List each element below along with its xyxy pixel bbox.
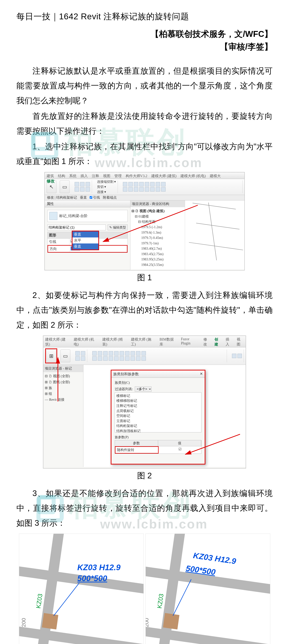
column-id: KZ03 — [156, 593, 165, 609]
tree-level[interactable]: 1983.95(3.25m) — [141, 256, 184, 262]
ribbon-tab[interactable]: 插入 — [80, 174, 88, 178]
ribbon-tab[interactable]: 建模大 — [210, 174, 221, 178]
para-4: 2、如要使标记与构件方向保持一致，需要进入到注释族编辑环境中，点击"族类别与族参… — [16, 288, 273, 332]
rotate-checkbox[interactable]: ☑ — [159, 446, 201, 454]
project-browser[interactable]: 项目浏览器 - 商业区结构 ⊟ 🗋 视图 (鸿业-建筑) ⊟ 01建模 ⊟ 结构… — [130, 200, 185, 270]
filter-select[interactable]: <多个> — [135, 386, 152, 392]
tree-level[interactable]: 1979.7(-0.45m) — [141, 235, 184, 240]
geometry-group: 连接端切割 ▾ 剪切 ▾ 连接 ▾ — [95, 180, 118, 193]
family-category-dialog[interactable]: 族类别和族参数✕ 族类别(C) 过滤器列表:<多个> 楼梯标记楼梯梯段标记注释记… — [111, 370, 205, 464]
tag-line2: 500*500 — [77, 574, 107, 583]
ribbon-tab[interactable]: BIM数据库 — [160, 337, 177, 347]
tree-level[interactable]: 1983.45(2.75m) — [141, 251, 184, 256]
options-attach[interactable]: 附着端点 — [103, 195, 117, 200]
tag-icon — [49, 212, 57, 220]
svg-line-3 — [54, 583, 79, 616]
family-param-grid: 参数值 随构件旋转 ☑ — [115, 440, 201, 454]
project-browser-2[interactable]: 项目浏览器 - 标记 ⊟ 🗋 视图 (全部) ⊞ 🗋 图纸 (全部) ⊞ 族 ⊞… — [43, 365, 83, 467]
param-orientation: 方向 — [48, 246, 70, 252]
dialog-title: 族类别和族参数 — [113, 372, 139, 376]
byline-author: 【柏慕联创技术服务，文/WFC】 — [16, 28, 273, 40]
param-leader: 引线 — [47, 238, 69, 245]
ribbon-tab[interactable]: 插入 — [226, 337, 233, 347]
ribbon-tab[interactable]: 建模大师 (机电) — [74, 337, 98, 347]
family-params-label: 族参数(P) — [115, 435, 201, 439]
properties-header: 属性 — [45, 200, 130, 208]
ribbon2: 建模大师 (建筑) 建模大师 (机电) 建模大师 (精装) 建模大师 (施工) … — [43, 336, 246, 347]
ribbon-tab[interactable]: 管理 — [114, 174, 122, 178]
category-list[interactable]: 楼梯标记楼梯梯段标记注释记号标记 点荷载标记空间标记立面标记 结构桁架标记结构加… — [115, 392, 201, 432]
options-leader[interactable]: 引线 — [90, 195, 100, 200]
ribbon-tab[interactable]: 建筑 — [47, 174, 54, 178]
toolbar2: ⊞ ▭ — [43, 347, 246, 365]
clipboard-group — [73, 180, 92, 193]
close-icon[interactable]: ✕ — [200, 372, 203, 376]
properties-button[interactable]: ▭ — [60, 180, 69, 193]
family-category-button[interactable]: ⊞ — [45, 348, 57, 363]
tree-level[interactable]: 1979.6(-1.3m) — [141, 230, 184, 235]
rotate-with-component-param: 随构件旋转 — [115, 446, 159, 454]
orientation-dropdown-open[interactable]: 垂直 水平 垂直 — [72, 231, 99, 250]
ribbon-tab-active[interactable]: 修改 — [47, 178, 55, 184]
column-id: KZ03 — [35, 593, 44, 609]
dimension: 200 — [146, 618, 150, 627]
ribbon-tab[interactable]: 视图 — [103, 174, 110, 178]
caption-2: 图 2 — [16, 470, 273, 481]
tree-level[interactable]: 1979.5 (-1.2m) — [141, 224, 184, 230]
screenshot-2: 建模大师 (建筑) 建模大师 (机电) 建模大师 (精装) 建模大师 (施工) … — [43, 336, 246, 468]
dimension: 200 — [20, 618, 27, 627]
options-orient[interactable]: 垂直 — [80, 195, 87, 200]
caption-1: 图 1 — [16, 272, 273, 283]
ribbon-tab[interactable]: 系统 — [69, 174, 76, 178]
para-2: 首先放置好的注释族是没法使用旋转命令进行旋转的，要旋转方向需要按照以下操作进行： — [16, 108, 273, 138]
modify-group — [121, 180, 243, 193]
ribbon-tab[interactable]: 建模大师 (建筑) — [151, 174, 176, 178]
instance-count[interactable] — [47, 224, 106, 230]
para-intro: 注释标记族默认是水平或垂直放置的，但是根据项目的实际情况可能需要放置成与构件一致… — [16, 64, 273, 108]
family-category-label: 族类别(C) — [115, 380, 201, 385]
tree-level[interactable]: 1984.25(3.55m) — [141, 262, 184, 267]
tree-level[interactable]: 1979.7(-1m) — [141, 240, 184, 246]
ribbon-tab[interactable]: 建模大师 (建筑) — [45, 337, 70, 347]
ribbon-tab[interactable]: 构件大师V3.2 — [126, 174, 147, 178]
tree-level[interactable]: 1983.40(2.7m) — [141, 246, 184, 251]
canvas[interactable] — [185, 200, 244, 270]
para-5: 3、如果还是不能修改到合适的位置，那就再次进入到族编辑环境中，直接将标签进行旋转… — [16, 486, 273, 530]
ribbon-tabs: 建筑 结构 系统 插入 注释 视图 管理 构件大师V3.2 建模大师 (建筑) … — [45, 172, 244, 179]
properties-button[interactable]: ▭ — [60, 350, 70, 362]
byline-review: 【审核/李签】 — [16, 41, 273, 52]
after-view: KZ03 H12.9 500*500 KZ03 200 — [146, 534, 270, 644]
type-selector[interactable]: 标记_结构梁-台阶 — [47, 210, 128, 222]
browser-title: 项目浏览器 - 标记 — [43, 365, 83, 372]
toolbar: ↖ ▭ 连接端切割 ▾ 剪切 ▾ 连接 ▾ — [45, 179, 244, 195]
options-context: 修改 | 结构框架标记 — [47, 195, 77, 200]
before-view: KZ03 H12.9 500*500 KZ03 200 — [19, 534, 144, 644]
screenshot-3: KZ03 H12.9 500*500 KZ03 200 KZ03 H12.9 5… — [19, 534, 270, 644]
options-bar: 修改 | 结构框架标记 垂直 引线 附着端点 — [45, 195, 244, 200]
page-title: 每日一技｜1642 Revit 注释标记族的旋转问题 — [16, 11, 273, 22]
ribbon-tab[interactable]: 建模大师 (机电) — [180, 174, 206, 178]
edit-type-button[interactable]: ✎ 编辑类型 — [108, 224, 128, 230]
tag-line1-rotated: KZ03 H12.9 — [193, 551, 237, 566]
browser-title: 项目浏览器 - 商业区结构 — [130, 200, 185, 207]
filter-label: 过滤器列表: — [115, 387, 133, 392]
ribbon-tab[interactable]: 结构 — [58, 174, 65, 178]
ribbon-tab[interactable]: 注释 — [92, 174, 99, 178]
para-3: 1、选中注释标记族，在其属性栏中找到"方向"可以修改方向为"水平或垂直"如图 1… — [16, 139, 273, 169]
ribbon-tab[interactable]: 修改 — [203, 337, 211, 347]
ribbon-tab[interactable]: Fuzor Plugin — [181, 337, 199, 347]
screenshot-1: 建筑 结构 系统 插入 注释 视图 管理 构件大师V3.2 建模大师 (建筑) … — [44, 172, 245, 270]
ribbon-tab[interactable]: 视图 — [237, 337, 244, 347]
ribbon-tab[interactable]: 建模大师 (精装) — [102, 337, 127, 347]
ribbon-tab[interactable]: 创建 — [215, 337, 222, 347]
ribbon-tab[interactable]: 建模大师 (施工) — [131, 337, 156, 347]
tag-line1: KZ03 H12.9 — [77, 563, 121, 572]
